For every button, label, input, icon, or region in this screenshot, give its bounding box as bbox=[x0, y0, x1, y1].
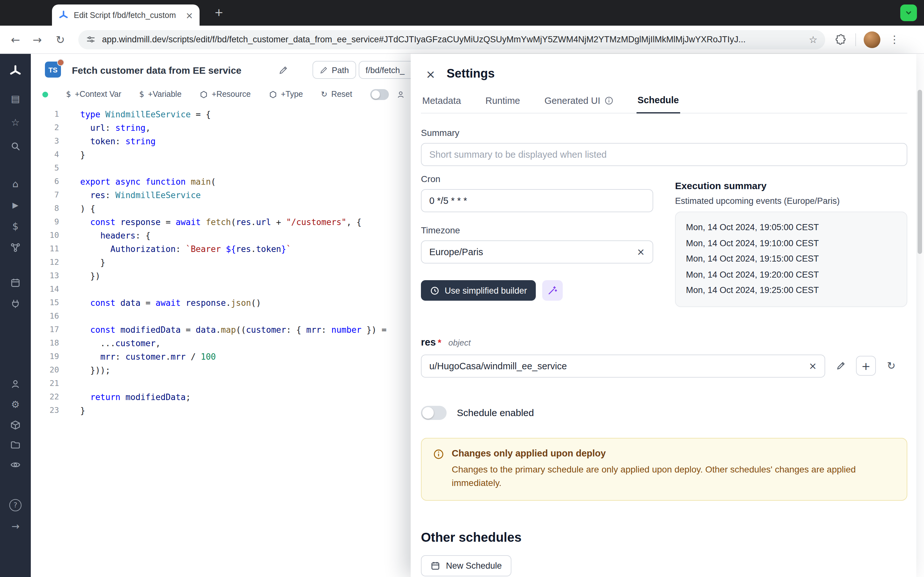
event-item: Mon, 14 Oct 2024, 19:20:00 CEST bbox=[686, 267, 897, 283]
browser-menu-icon[interactable]: ⋮ bbox=[889, 33, 900, 45]
new-schedule-button[interactable]: New Schedule bbox=[421, 555, 511, 576]
windmill-logo-icon[interactable] bbox=[9, 65, 22, 77]
execution-summary-subtitle: Estimated upcoming events (Europe/Paris) bbox=[675, 196, 907, 206]
settings-title: Settings bbox=[447, 67, 495, 81]
calendar-icon bbox=[431, 561, 440, 571]
add-variable-button[interactable]: $ +Variable bbox=[139, 90, 182, 99]
execution-summary-column: Execution summary Estimated upcoming eve… bbox=[675, 174, 907, 307]
refresh-resource-button[interactable]: ↻ bbox=[882, 356, 901, 376]
users-icon[interactable] bbox=[9, 378, 22, 390]
add-type-button[interactable]: +Type bbox=[268, 90, 303, 99]
warning-info-icon bbox=[433, 448, 444, 490]
browser-toolbar: ← → ↻ app.windmill.dev/scripts/edit/f/bd… bbox=[0, 26, 924, 54]
schedules-icon[interactable] bbox=[9, 276, 22, 289]
event-item: Mon, 14 Oct 2024, 19:15:00 CEST bbox=[686, 251, 897, 267]
docs-icon[interactable]: ▤ bbox=[9, 92, 22, 105]
simplified-builder-button[interactable]: Use simplified builder bbox=[421, 280, 536, 301]
edit-title-pencil-icon[interactable] bbox=[278, 65, 288, 77]
summary-label: Summary bbox=[421, 127, 907, 138]
timezone-input[interactable]: Europe/Paris × bbox=[421, 240, 653, 263]
summary-input[interactable]: Short summary to be displayed when liste… bbox=[421, 143, 907, 166]
add-resource-plus-button[interactable]: + bbox=[856, 356, 876, 376]
packages-icon[interactable] bbox=[9, 419, 22, 432]
pencil-icon bbox=[836, 361, 845, 371]
tab-generated-ui[interactable]: Generated UI bbox=[543, 91, 614, 113]
browser-window: Edit Script f/bd/fetch_custom × + ← → ↻ … bbox=[0, 0, 924, 577]
home-icon[interactable]: ⌂ bbox=[9, 177, 22, 190]
workers-icon[interactable] bbox=[9, 298, 22, 310]
tab-metadata[interactable]: Metadata bbox=[421, 91, 462, 113]
summary-placeholder: Short summary to be displayed when liste… bbox=[429, 149, 899, 160]
resource-section: res * object u/HugoCasa/windmill_ee_serv… bbox=[421, 336, 907, 377]
close-icon[interactable]: × bbox=[421, 64, 440, 83]
windmill-favicon-icon bbox=[58, 10, 69, 20]
site-settings-icon[interactable] bbox=[86, 35, 95, 44]
timezone-label: Timezone bbox=[421, 225, 653, 235]
pencil-icon bbox=[320, 66, 328, 74]
path-button[interactable]: Path bbox=[312, 61, 356, 79]
green-dropdown-button[interactable] bbox=[900, 5, 917, 21]
event-item: Mon, 14 Oct 2024, 19:25:00 CEST bbox=[686, 283, 897, 298]
path-label: Path bbox=[332, 65, 349, 75]
tab-title: Edit Script f/bd/fetch_custom bbox=[74, 11, 181, 19]
settings-gear-icon[interactable]: ⚙ bbox=[9, 398, 22, 411]
dollar-icon: $ bbox=[66, 90, 71, 99]
resource-input[interactable]: u/HugoCasa/windmill_ee_service × bbox=[421, 354, 825, 377]
chevron-down-icon bbox=[905, 9, 913, 17]
clear-timezone-icon[interactable]: × bbox=[637, 246, 645, 258]
other-schedules-title: Other schedules bbox=[421, 530, 907, 545]
settings-header: × Settings bbox=[421, 64, 907, 83]
folders-icon[interactable] bbox=[9, 438, 22, 451]
person-icon bbox=[397, 90, 405, 98]
schedule-enabled-toggle[interactable] bbox=[421, 406, 447, 420]
search-icon[interactable] bbox=[9, 140, 22, 153]
cron-column: Cron 0 */5 * * * Timezone Europe/Paris ×… bbox=[421, 174, 653, 307]
tab-schedule[interactable]: Schedule bbox=[636, 91, 680, 113]
help-icon[interactable]: ? bbox=[9, 499, 21, 511]
resource-type: object bbox=[448, 338, 470, 347]
tab-runtime[interactable]: Runtime bbox=[484, 91, 521, 113]
editor-toggle[interactable] bbox=[370, 89, 389, 100]
variables-icon[interactable]: $ bbox=[9, 220, 22, 233]
panel-scrollbar[interactable] bbox=[918, 90, 922, 254]
tab-close-icon[interactable]: × bbox=[186, 10, 193, 20]
clock-icon bbox=[430, 285, 439, 295]
event-item: Mon, 14 Oct 2024, 19:05:00 CEST bbox=[686, 220, 897, 235]
resources-icon[interactable] bbox=[9, 241, 22, 254]
address-bar[interactable]: app.windmill.dev/scripts/edit/f/bd/fetch… bbox=[78, 30, 825, 49]
events-list: Mon, 14 Oct 2024, 19:05:00 CESTMon, 14 O… bbox=[675, 211, 907, 307]
new-tab-button[interactable]: + bbox=[214, 6, 224, 19]
reload-button[interactable]: ↻ bbox=[53, 33, 68, 46]
toolbar-divider bbox=[855, 33, 856, 46]
cron-input[interactable]: 0 */5 * * * bbox=[421, 189, 653, 212]
bookmark-star-icon[interactable]: ☆ bbox=[809, 34, 817, 45]
script-title: Fetch customer data from EE service bbox=[72, 65, 242, 76]
ai-wand-button[interactable] bbox=[543, 280, 563, 301]
dollar-icon: $ bbox=[139, 90, 144, 99]
add-context-var-button[interactable]: $ +Context Var bbox=[66, 90, 121, 99]
execution-summary-title: Execution summary bbox=[675, 180, 907, 191]
collapse-sidebar-icon[interactable]: → bbox=[9, 520, 22, 533]
edit-resource-button[interactable] bbox=[831, 356, 850, 376]
required-asterisk: * bbox=[438, 337, 441, 347]
wand-icon bbox=[548, 285, 558, 295]
url-text[interactable]: app.windmill.dev/scripts/edit/f/bd/fetch… bbox=[102, 35, 803, 44]
deploy-warning: Changes only applied upon deploy Changes… bbox=[421, 438, 907, 501]
browser-tab[interactable]: Edit Script f/bd/fetch_custom × bbox=[52, 5, 200, 26]
forward-button[interactable]: → bbox=[29, 33, 45, 46]
badge-status-dot bbox=[57, 59, 64, 66]
cron-label: Cron bbox=[421, 174, 653, 184]
warning-body: Changes to the primary schedule are only… bbox=[452, 463, 895, 490]
reset-button[interactable]: ↻ Reset bbox=[321, 90, 352, 99]
profile-avatar[interactable] bbox=[864, 31, 880, 48]
settings-tabs: Metadata Runtime Generated UI Schedule bbox=[421, 91, 907, 113]
back-button[interactable]: ← bbox=[8, 33, 23, 46]
favorites-star-icon[interactable]: ☆ bbox=[9, 116, 22, 129]
runs-icon[interactable]: ▶ bbox=[9, 199, 22, 211]
clear-resource-icon[interactable]: × bbox=[809, 360, 817, 372]
reset-icon: ↻ bbox=[321, 90, 327, 99]
add-resource-button[interactable]: +Resource bbox=[200, 90, 251, 99]
extensions-icon[interactable] bbox=[835, 34, 846, 45]
audit-logs-icon[interactable] bbox=[9, 458, 22, 471]
hexagon-icon bbox=[200, 90, 208, 98]
